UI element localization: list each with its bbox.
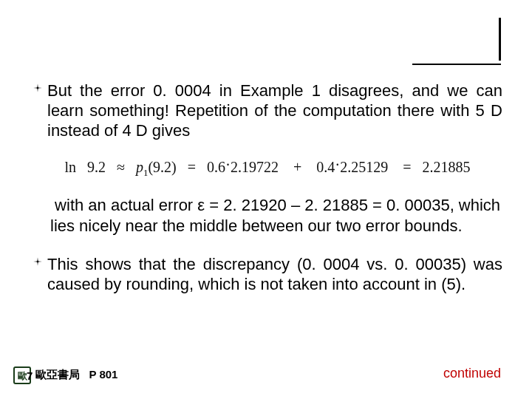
slide: But the error 0. 0004 in Example 1 disag… [0, 0, 532, 399]
footer: 歐 7 歐亞書局 P 801 continued [0, 365, 532, 384]
eq-approx: ≈ [117, 159, 125, 175]
logo-char: 歐 [18, 371, 27, 381]
eq-dot1: · [226, 157, 230, 174]
continuation-text: with an actual error ε = 2. 21920 – 2. 2… [50, 195, 502, 236]
page-index-overlay: 7 [27, 369, 33, 382]
content-area: But the error 0. 0004 in Example 1 disag… [33, 81, 502, 302]
eq-lhs-arg: 9.2 [87, 159, 106, 175]
bullet-2-text: This shows that the discrepancy (0. 0004… [47, 255, 502, 295]
bullet-star-icon [33, 256, 43, 295]
eq-t1b: 2.19722 [231, 159, 279, 175]
eq-t1a: 0.6 [207, 159, 225, 175]
bullet-item-1: But the error 0. 0004 in Example 1 disag… [33, 81, 502, 140]
eq-t2a: 0.4 [316, 159, 335, 175]
bullet-item-2: This shows that the discrepancy (0. 0004… [33, 255, 502, 295]
svg-point-1 [37, 261, 39, 263]
decor-line-vertical [499, 18, 501, 61]
bullet-1-text: But the error 0. 0004 in Example 1 disag… [47, 81, 502, 140]
bullet-star-icon [33, 83, 43, 140]
equation-block: ln 9.2 ≈ p1(9.2) = 0.6·2.19722 + 0.4·2.2… [33, 157, 502, 179]
eq-dot2: · [335, 157, 339, 174]
page-label: P 801 [89, 368, 118, 381]
eq-plus: + [293, 159, 301, 175]
publisher-line: 歐亞書局 P 801 [35, 368, 117, 382]
equation: ln 9.2 ≈ p1(9.2) = 0.6·2.19722 + 0.4·2.2… [64, 159, 470, 175]
svg-point-0 [37, 87, 39, 89]
eq-rhs: 2.21885 [423, 159, 471, 175]
decor-line-horizontal [412, 64, 501, 65]
publisher-name: 歐亞書局 [35, 368, 80, 381]
eq-ln: ln [64, 159, 76, 175]
eq-p-symbol: p [136, 159, 143, 175]
continued-label: continued [443, 366, 501, 381]
eq-equals2: = [403, 159, 411, 175]
eq-equals1: = [188, 159, 196, 175]
eq-t2b: 2.25129 [340, 159, 388, 175]
eq-p-arg: (9.2) [148, 159, 176, 175]
